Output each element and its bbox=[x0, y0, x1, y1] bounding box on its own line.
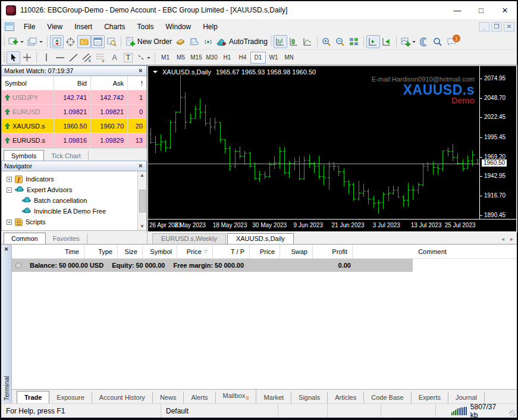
mdi-minimize-button[interactable]: _ bbox=[479, 22, 489, 32]
tab-code-base[interactable]: Code Base bbox=[364, 391, 411, 403]
menu-charts[interactable]: Charts bbox=[98, 20, 131, 33]
col-comment[interactable]: Comment bbox=[353, 245, 517, 258]
tab-favorites[interactable]: Favorites bbox=[46, 233, 87, 244]
scroll-down-icon[interactable]: ▼ bbox=[140, 224, 145, 229]
price-axis[interactable]: 2074.952048.702022.451995.451969.201942.… bbox=[479, 66, 516, 219]
arrows-button[interactable] bbox=[135, 51, 152, 64]
navigator-toggle[interactable] bbox=[77, 35, 91, 48]
toolbar-grip[interactable] bbox=[271, 36, 272, 47]
quote-row[interactable]: EURUSD 1.09821 1.09821 0 bbox=[2, 105, 146, 119]
new-order-button[interactable]: New Order bbox=[124, 35, 174, 48]
menu-help[interactable]: Help bbox=[197, 20, 224, 33]
col-price-open[interactable]: Price ▽ bbox=[177, 245, 213, 258]
metaeditor-button[interactable] bbox=[174, 35, 187, 48]
chart-shift-button[interactable] bbox=[380, 35, 394, 48]
col-symbol[interactable]: Symbol bbox=[2, 76, 54, 90]
tab-common[interactable]: Common bbox=[4, 233, 46, 244]
auto-scroll-button[interactable] bbox=[366, 35, 380, 48]
tree-item-expert-advisors[interactable]: − Expert Advisors bbox=[2, 184, 146, 195]
timeframe-h4[interactable]: H4 bbox=[235, 52, 250, 64]
timeframe-d1[interactable]: D1 bbox=[250, 52, 266, 64]
quote-row[interactable]: EURUSD.s 1.09816 1.09829 13 bbox=[2, 133, 146, 148]
market-watch-toggle[interactable] bbox=[50, 35, 64, 48]
crosshair-tool-button[interactable] bbox=[20, 51, 34, 64]
text-label-button[interactable]: T bbox=[121, 51, 135, 64]
timeframe-h1[interactable]: H1 bbox=[219, 52, 235, 64]
tab-exposure[interactable]: Exposure bbox=[49, 391, 92, 403]
balance-row[interactable]: Balance: 50 000.00 USD Equity: 50 000.00… bbox=[12, 259, 517, 272]
menu-window[interactable]: Window bbox=[160, 20, 197, 33]
chat-button[interactable]: 1 bbox=[445, 35, 459, 48]
period-button[interactable] bbox=[417, 35, 431, 48]
quote-row-selected[interactable]: XAUUSD.s 1960.50 1960.70 20 bbox=[2, 119, 146, 133]
menu-view[interactable]: View bbox=[41, 20, 68, 33]
tab-scroll-left-icon[interactable]: ◂ bbox=[501, 236, 504, 242]
indicators-button[interactable] bbox=[399, 35, 417, 48]
tab-articles[interactable]: Articles bbox=[328, 391, 364, 403]
line-chart-button[interactable] bbox=[301, 35, 315, 48]
navigator-scrollbar[interactable]: ▲ ▼ bbox=[137, 171, 146, 230]
col-type[interactable]: Type bbox=[84, 245, 118, 258]
timeframe-w1[interactable]: W1 bbox=[266, 52, 281, 64]
tab-tick-chart[interactable]: Tick Chart bbox=[44, 151, 89, 161]
new-chart-button[interactable] bbox=[7, 35, 26, 48]
autotrading-button[interactable]: AutoTrading bbox=[215, 35, 269, 48]
horizontal-line-button[interactable] bbox=[53, 51, 67, 64]
scrollbar-thumb[interactable] bbox=[139, 190, 146, 212]
tab-mailbox[interactable]: Mailbox8 bbox=[216, 390, 257, 403]
timeframe-m1[interactable]: M1 bbox=[158, 52, 173, 64]
vertical-line-button[interactable] bbox=[39, 51, 53, 64]
toolbar-grip[interactable] bbox=[4, 36, 5, 47]
tile-windows-button[interactable] bbox=[347, 35, 361, 48]
col-profit[interactable]: Profit bbox=[313, 245, 353, 258]
tree-item-indicators[interactable]: + f Indicators bbox=[2, 174, 146, 184]
tab-trade[interactable]: Trade bbox=[17, 391, 49, 403]
expand-icon[interactable]: + bbox=[7, 177, 12, 182]
close-icon[interactable]: ✕ bbox=[137, 68, 144, 74]
quote-row[interactable]: USDJPY 142.741 142.742 1 bbox=[2, 90, 146, 105]
col-price-current[interactable]: Price bbox=[250, 245, 280, 258]
col-symbol[interactable]: Symbol bbox=[143, 245, 177, 258]
tab-symbols[interactable]: Symbols bbox=[4, 150, 44, 161]
timeframe-m5[interactable]: M5 bbox=[173, 52, 189, 64]
tree-item-scripts[interactable]: + Scripts bbox=[2, 217, 146, 227]
tab-alerts[interactable]: Alerts bbox=[184, 391, 215, 403]
timeframe-mn[interactable]: MN bbox=[281, 52, 297, 64]
col-time[interactable]: Time bbox=[12, 245, 84, 258]
menu-insert[interactable]: Insert bbox=[68, 20, 98, 33]
timeframe-m30[interactable]: M30 bbox=[204, 52, 219, 64]
zoom-out-button[interactable] bbox=[334, 35, 347, 48]
maximize-button[interactable]: □ bbox=[469, 1, 493, 19]
tab-experts[interactable]: Experts bbox=[412, 391, 448, 403]
mdi-close-button[interactable]: ✕ bbox=[504, 22, 514, 32]
col-bid[interactable]: Bid bbox=[54, 76, 91, 90]
menu-tools[interactable]: Tools bbox=[131, 20, 160, 33]
col-swap[interactable]: Swap bbox=[280, 245, 313, 258]
chart-dropdown-icon[interactable] bbox=[153, 71, 158, 76]
collapse-icon[interactable]: − bbox=[7, 187, 12, 193]
menu-file[interactable]: File bbox=[18, 20, 41, 33]
col-spread[interactable]: ! bbox=[128, 80, 146, 87]
tab-journal[interactable]: Journal bbox=[448, 391, 485, 403]
trendline-button[interactable] bbox=[67, 51, 80, 64]
resize-grip[interactable] bbox=[508, 404, 517, 418]
expand-icon[interactable]: + bbox=[7, 220, 12, 225]
tab-market[interactable]: Market bbox=[256, 391, 291, 403]
minimize-button[interactable]: — bbox=[445, 1, 469, 19]
chart-window[interactable]: XAUUSD.s,Daily 1965.67 1965.93 1958.98 1… bbox=[147, 65, 517, 232]
scroll-up-icon[interactable]: ▲ bbox=[140, 173, 145, 178]
cursor-button[interactable] bbox=[7, 51, 20, 64]
search-button[interactable] bbox=[431, 35, 445, 48]
channel-button[interactable]: E bbox=[80, 51, 94, 64]
zoom-in-button[interactable] bbox=[320, 35, 334, 48]
text-button[interactable]: A bbox=[108, 51, 121, 64]
mdi-restore-button[interactable]: ❐ bbox=[491, 22, 502, 32]
tab-signals[interactable]: Signals bbox=[291, 391, 328, 403]
terminal-toggle[interactable] bbox=[91, 35, 105, 48]
chart-tab-eurusd-weekly[interactable]: EURUSD.s,Weekly bbox=[152, 233, 226, 244]
col-ask[interactable]: Ask bbox=[91, 76, 128, 90]
tree-item-invincible-ea[interactable]: Invincible EA Demo Free bbox=[2, 206, 146, 217]
mql5-community-button[interactable] bbox=[187, 35, 201, 48]
chart-tab-xauusd-daily[interactable]: XAUUSD.s,Daily bbox=[227, 233, 294, 244]
status-profile[interactable]: Default bbox=[161, 404, 278, 418]
